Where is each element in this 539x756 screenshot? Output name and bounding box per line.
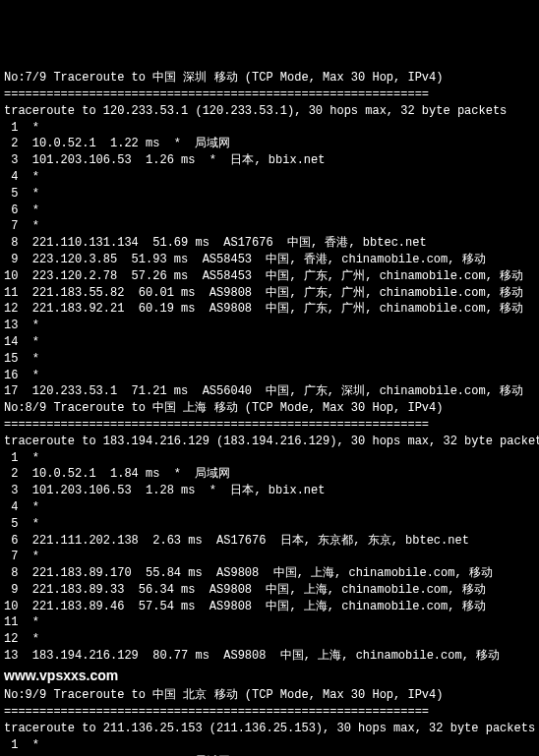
terminal-line: 8 221.110.131.134 51.69 ms AS17676 中国, 香… bbox=[4, 235, 539, 252]
terminal-line: 1 * bbox=[4, 737, 539, 754]
terminal-line: No:7/9 Traceroute to 中国 深圳 移动 (TCP Mode,… bbox=[4, 70, 539, 87]
terminal-line: No:9/9 Traceroute to 中国 北京 移动 (TCP Mode,… bbox=[4, 687, 539, 704]
terminal-line: 4 * bbox=[4, 169, 539, 186]
terminal-line: 1 * bbox=[4, 120, 539, 137]
terminal-line: 14 * bbox=[4, 334, 539, 351]
terminal-line: 9 223.120.3.85 51.93 ms AS58453 中国, 香港, … bbox=[4, 252, 539, 268]
terminal-line: 1 * bbox=[4, 450, 539, 467]
terminal-line: traceroute to 120.233.53.1 (120.233.53.1… bbox=[4, 103, 539, 120]
terminal-line: No:8/9 Traceroute to 中国 上海 移动 (TCP Mode,… bbox=[4, 400, 539, 417]
terminal-output: No:7/9 Traceroute to 中国 深圳 移动 (TCP Mode,… bbox=[4, 70, 539, 756]
terminal-line: 4 * bbox=[4, 499, 539, 516]
terminal-line: 10 221.183.89.46 57.54 ms AS9808 中国, 上海,… bbox=[4, 599, 539, 615]
terminal-line: 8 221.183.89.170 55.84 ms AS9808 中国, 上海,… bbox=[4, 565, 539, 582]
watermark-text: www.vpsxxs.com bbox=[4, 667, 539, 686]
terminal-line: ========================================… bbox=[4, 704, 539, 721]
terminal-line: 13 183.194.216.129 80.77 ms AS9808 中国, 上… bbox=[4, 648, 539, 665]
terminal-line: ========================================… bbox=[4, 417, 539, 434]
terminal-line: 17 120.233.53.1 71.21 ms AS56040 中国, 广东,… bbox=[4, 383, 539, 400]
terminal-line: 2 10.0.52.1 1.22 ms * 局域网 bbox=[4, 136, 539, 152]
terminal-line: 5 * bbox=[4, 186, 539, 203]
terminal-line: 11 * bbox=[4, 614, 539, 631]
terminal-line: 3 101.203.106.53 1.26 ms * 日本, bbix.net bbox=[4, 152, 539, 169]
terminal-line: 11 221.183.55.82 60.01 ms AS9808 中国, 广东,… bbox=[4, 285, 539, 302]
terminal-line: 15 * bbox=[4, 351, 539, 368]
terminal-line: ========================================… bbox=[4, 87, 539, 103]
terminal-line: 16 * bbox=[4, 368, 539, 384]
terminal-line: 5 * bbox=[4, 516, 539, 533]
terminal-line: 12 * bbox=[4, 631, 539, 648]
terminal-line: 7 * bbox=[4, 549, 539, 565]
terminal-line: 2 10.0.52.1 1.84 ms * 局域网 bbox=[4, 466, 539, 483]
terminal-line: 7 * bbox=[4, 218, 539, 235]
terminal-line: 9 221.183.89.33 56.34 ms AS9808 中国, 上海, … bbox=[4, 582, 539, 599]
terminal-line: 6 * bbox=[4, 203, 539, 219]
terminal-line: 3 101.203.106.53 1.28 ms * 日本, bbix.net bbox=[4, 483, 539, 499]
terminal-line: traceroute to 183.194.216.129 (183.194.2… bbox=[4, 434, 539, 450]
terminal-line: 6 221.111.202.138 2.63 ms AS17676 日本, 东京… bbox=[4, 533, 539, 550]
terminal-line: 10 223.120.2.78 57.26 ms AS58453 中国, 广东,… bbox=[4, 268, 539, 285]
terminal-line: traceroute to 211.136.25.153 (211.136.25… bbox=[4, 721, 539, 737]
terminal-line: 12 221.183.92.21 60.19 ms AS9808 中国, 广东,… bbox=[4, 301, 539, 318]
terminal-line: 13 * bbox=[4, 318, 539, 334]
